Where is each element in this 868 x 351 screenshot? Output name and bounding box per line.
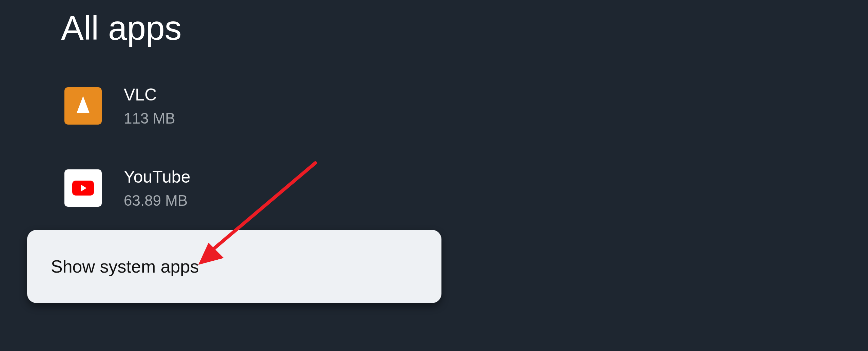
app-item-youtube[interactable]: YouTube 63.89 MB bbox=[64, 167, 190, 209]
app-size: 113 MB bbox=[124, 110, 175, 127]
youtube-icon bbox=[64, 169, 102, 207]
app-list: VLC 113 MB YouTube 63.89 MB bbox=[64, 85, 190, 249]
show-system-apps-label: Show system apps bbox=[51, 256, 199, 277]
app-name: YouTube bbox=[124, 167, 190, 187]
vlc-icon bbox=[64, 87, 102, 125]
show-system-apps-button[interactable]: Show system apps bbox=[27, 230, 441, 303]
app-info: YouTube 63.89 MB bbox=[124, 167, 190, 209]
page-title: All apps bbox=[61, 8, 182, 48]
app-name: VLC bbox=[124, 85, 175, 105]
app-item-vlc[interactable]: VLC 113 MB bbox=[64, 85, 190, 127]
app-size: 63.89 MB bbox=[124, 192, 190, 209]
app-info: VLC 113 MB bbox=[124, 85, 175, 127]
